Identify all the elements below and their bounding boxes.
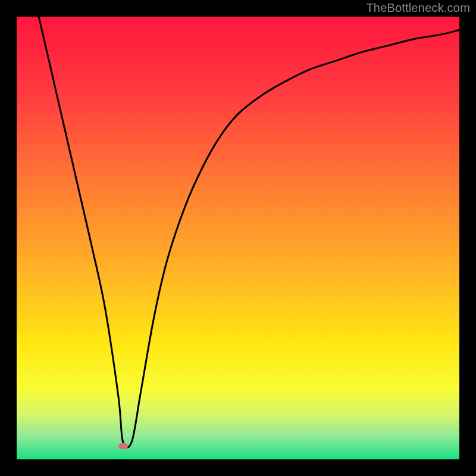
gradient-background: [17, 17, 459, 459]
watermark-text: TheBottleneck.com: [366, 1, 470, 15]
optimal-point-marker: [118, 443, 128, 449]
plot-area: [17, 17, 459, 459]
chart-frame: TheBottleneck.com: [0, 0, 476, 476]
gradient-rect: [17, 17, 459, 459]
